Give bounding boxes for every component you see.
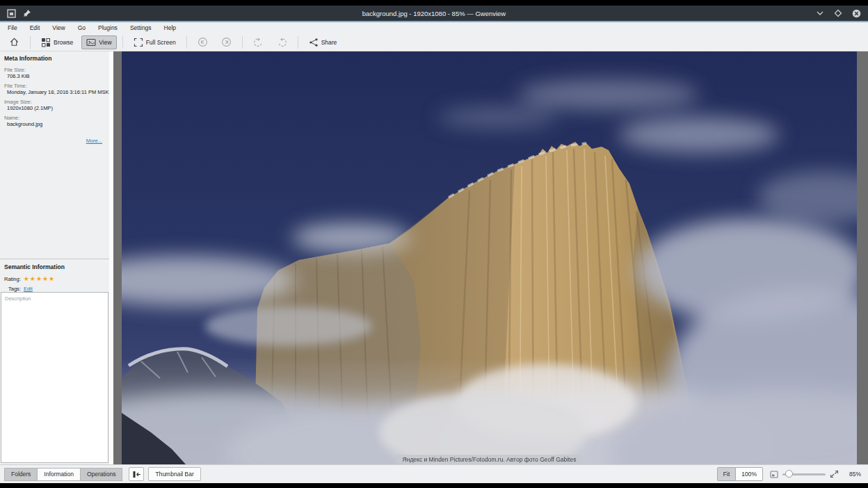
menu-item-help[interactable]: Help xyxy=(158,24,182,31)
meta-field-label: Image Size: xyxy=(4,99,105,105)
rotate-right-icon xyxy=(277,37,287,47)
photo-mountain xyxy=(122,51,857,464)
tags-edit-link[interactable]: Edit xyxy=(24,286,33,292)
meta-information-panel: Meta Information File Size: 706.3 KiB Fi… xyxy=(0,51,109,259)
titlebar: background.jpg - 1920x1080 - 85% — Gwenv… xyxy=(0,6,868,21)
tags-label: Tags: xyxy=(8,286,21,292)
meta-field-label: File Size: xyxy=(4,67,105,73)
browse-icon xyxy=(41,38,51,47)
toolbar-separator xyxy=(186,36,187,49)
app-menu-icon[interactable] xyxy=(7,9,16,18)
collapse-sidebar-icon xyxy=(132,471,141,478)
pin-icon[interactable] xyxy=(23,9,31,17)
meta-field-name: Name: background.jpg xyxy=(4,115,105,127)
meta-field-label: File Time: xyxy=(4,83,105,89)
meta-panel-title: Meta Information xyxy=(4,55,105,62)
semantic-information-panel: Semantic Information Rating: ★★★★★ Tags:… xyxy=(0,260,109,295)
rotate-left-button[interactable] xyxy=(248,35,268,49)
meta-field-filesize: File Size: 706.3 KiB xyxy=(4,67,105,79)
browse-button[interactable]: Browse xyxy=(36,35,78,49)
zoom-out-icon[interactable] xyxy=(770,471,778,478)
fullscreen-label: Full Screen xyxy=(146,39,176,46)
rating-stars[interactable]: ★★★★★ xyxy=(24,275,55,282)
zoom-percent-value: 85% xyxy=(843,471,861,478)
menu-item-go[interactable]: Go xyxy=(72,24,92,31)
toolbar-separator xyxy=(298,36,298,49)
photo-caption: Яндекс и Minden Pictures/Fotodom.ru. Авт… xyxy=(396,455,583,464)
more-link[interactable]: More... xyxy=(4,138,105,144)
tab-operations[interactable]: Operations xyxy=(80,468,123,481)
zoom-slider-handle[interactable] xyxy=(785,470,793,478)
meta-field-value: Monday, January 18, 2016 3:16:11 PM MSK xyxy=(7,89,105,95)
statusbar: Folders Information Operations Thumbnail… xyxy=(0,464,868,483)
thumbnail-bar-button[interactable]: Thumbnail Bar xyxy=(148,467,200,481)
menu-item-file[interactable]: File xyxy=(1,24,24,31)
maximize-icon[interactable] xyxy=(834,9,842,17)
meta-field-value: 706.3 KiB xyxy=(7,73,105,79)
meta-field-filetime: File Time: Monday, January 18, 2016 3:16… xyxy=(4,83,105,95)
zoom-in-icon[interactable] xyxy=(830,470,839,478)
meta-field-value: 1920x1080 (2.1MP) xyxy=(7,105,105,111)
next-icon xyxy=(221,37,232,47)
view-icon xyxy=(86,38,96,47)
menu-item-plugins[interactable]: Plugins xyxy=(92,24,124,31)
browse-label: Browse xyxy=(54,39,73,46)
window-title: background.jpg - 1920x1080 - 85% — Gwenv… xyxy=(0,10,868,17)
fullscreen-button[interactable]: Full Screen xyxy=(129,35,181,49)
meta-field-value: background.jpg xyxy=(7,121,105,127)
toolbar-separator xyxy=(242,36,243,49)
next-button[interactable] xyxy=(216,35,236,49)
rating-label: Rating: xyxy=(4,276,21,282)
menubar: File Edit View Go Plugins Settings Help xyxy=(0,22,868,33)
rotate-right-button[interactable] xyxy=(272,35,292,49)
photo-canvas[interactable]: Яндекс и Minden Pictures/Fotodom.ru. Авт… xyxy=(122,51,857,464)
image-view[interactable]: Яндекс и Minden Pictures/Fotodom.ru. Авт… xyxy=(113,51,868,464)
meta-field-label: Name: xyxy=(4,115,105,121)
rotate-left-icon xyxy=(253,37,264,47)
previous-button[interactable] xyxy=(193,35,213,49)
sidebar: Meta Information File Size: 706.3 KiB Fi… xyxy=(0,51,109,464)
tab-information[interactable]: Information xyxy=(37,468,81,481)
toolbar: Browse View Full Screen xyxy=(0,33,868,51)
view-button[interactable]: View xyxy=(81,35,116,49)
view-label: View xyxy=(99,39,111,46)
home-button[interactable] xyxy=(4,35,24,49)
toolbar-separator xyxy=(122,36,123,49)
zoom-fit-button[interactable]: Fit xyxy=(717,467,736,481)
zoom-slider[interactable] xyxy=(782,470,826,478)
tab-folders[interactable]: Folders xyxy=(4,468,38,481)
minimize-icon[interactable] xyxy=(816,9,824,17)
meta-field-imagesize: Image Size: 1920x1080 (2.1MP) xyxy=(4,99,105,111)
share-icon xyxy=(309,38,319,47)
description-input[interactable] xyxy=(1,292,108,463)
gwenview-window: background.jpg - 1920x1080 - 85% — Gwenv… xyxy=(0,0,868,488)
share-button[interactable]: Share xyxy=(304,35,342,49)
menu-item-settings[interactable]: Settings xyxy=(124,24,158,31)
previous-icon xyxy=(198,37,208,47)
zoom-100-button[interactable]: 100% xyxy=(735,467,763,481)
home-icon xyxy=(9,37,19,47)
toolbar-separator xyxy=(30,36,31,49)
semantic-panel-title: Semantic Information xyxy=(4,263,105,270)
menu-item-edit[interactable]: Edit xyxy=(24,24,47,31)
close-icon[interactable] xyxy=(852,9,861,18)
menu-item-view[interactable]: View xyxy=(46,24,71,31)
share-label: Share xyxy=(321,39,337,46)
collapse-sidebar-button[interactable] xyxy=(129,467,144,481)
fullscreen-icon xyxy=(134,38,143,47)
